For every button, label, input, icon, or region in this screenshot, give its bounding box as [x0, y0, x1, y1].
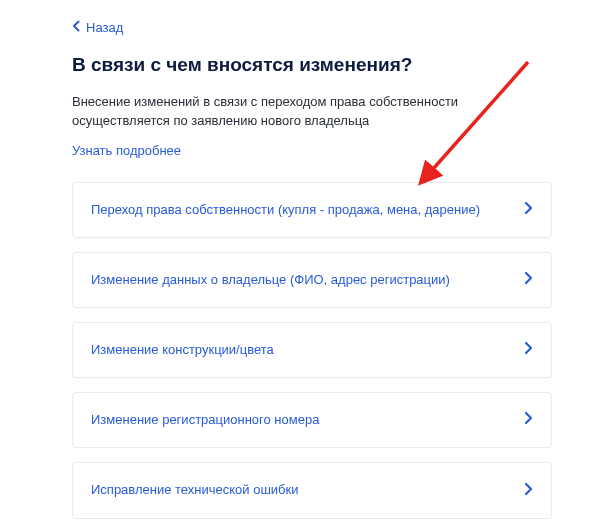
chevron-right-icon	[524, 411, 533, 429]
option-registration-number[interactable]: Изменение регистрационного номера	[72, 392, 552, 448]
options-list: Переход права собственности (купля - про…	[72, 182, 552, 519]
chevron-right-icon	[524, 482, 533, 500]
chevron-left-icon	[72, 20, 80, 35]
option-label: Исправление технической ошибки	[91, 481, 309, 499]
description-text: Внесение изменений в связи с переходом п…	[72, 92, 552, 131]
option-label: Изменение данных о владельце (ФИО, адрес…	[91, 271, 460, 289]
chevron-right-icon	[524, 271, 533, 289]
page-title: В связи с чем вносятся изменения?	[72, 53, 552, 78]
chevron-right-icon	[524, 341, 533, 359]
learn-more-link[interactable]: Узнать подробнее	[72, 143, 181, 158]
option-ownership-transfer[interactable]: Переход права собственности (купля - про…	[72, 182, 552, 238]
chevron-right-icon	[524, 201, 533, 219]
option-label: Изменение конструкции/цвета	[91, 341, 284, 359]
back-link[interactable]: Назад	[72, 20, 123, 35]
option-owner-data-change[interactable]: Изменение данных о владельце (ФИО, адрес…	[72, 252, 552, 308]
back-label: Назад	[86, 20, 123, 35]
option-label: Изменение регистрационного номера	[91, 411, 329, 429]
option-label: Переход права собственности (купля - про…	[91, 201, 490, 219]
option-technical-error[interactable]: Исправление технической ошибки	[72, 462, 552, 518]
option-construction-color[interactable]: Изменение конструкции/цвета	[72, 322, 552, 378]
